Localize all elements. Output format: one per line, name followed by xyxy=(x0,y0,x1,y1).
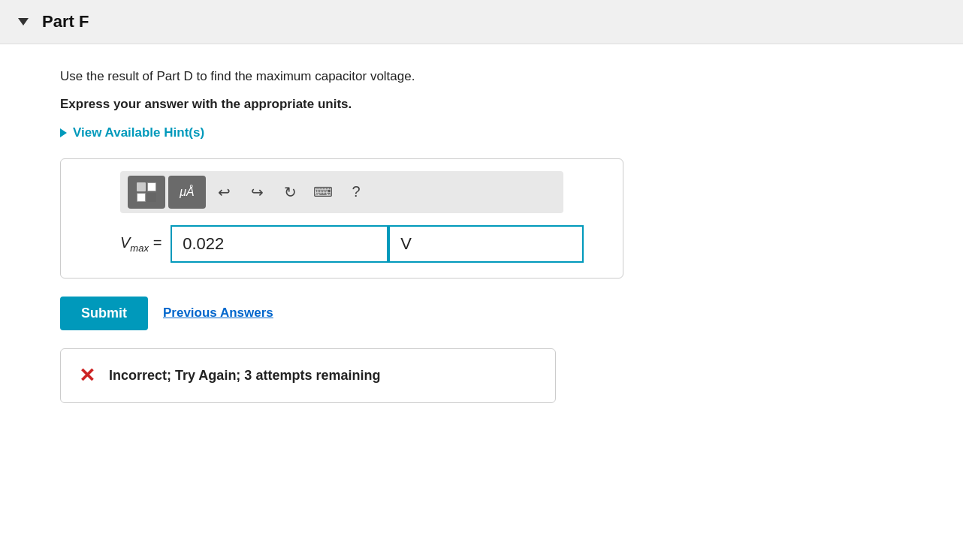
error-message: Incorrect; Try Again; 3 attempts remaini… xyxy=(109,368,380,384)
template-button[interactable] xyxy=(128,176,165,209)
page-wrapper: Part F Use the result of Part D to find … xyxy=(0,0,963,560)
hint-link-label: View Available Hint(s) xyxy=(73,125,204,140)
previous-answers-label: Previous Answers xyxy=(163,306,273,320)
part-header: Part F xyxy=(0,0,963,44)
toolbar: μÅ ↩ ↪ ↻ ⌨ xyxy=(120,171,563,213)
submit-row: Submit Previous Answers xyxy=(60,297,903,330)
help-button[interactable]: ? xyxy=(341,176,371,209)
submit-label: Submit xyxy=(81,306,127,321)
submit-button[interactable]: Submit xyxy=(60,297,148,330)
input-row: Vmax = xyxy=(120,225,563,263)
mu-button[interactable]: μÅ xyxy=(168,176,206,209)
undo-icon: ↩ xyxy=(218,183,231,201)
reload-button[interactable]: ↻ xyxy=(275,176,305,209)
part-title: Part F xyxy=(42,12,89,32)
equation-label: Vmax = xyxy=(120,234,162,254)
hint-link[interactable]: View Available Hint(s) xyxy=(60,125,903,140)
undo-button[interactable]: ↩ xyxy=(209,176,239,209)
unit-input[interactable] xyxy=(388,225,584,263)
error-icon: ✕ xyxy=(79,364,95,387)
error-box: ✕ Incorrect; Try Again; 3 attempts remai… xyxy=(60,348,556,403)
previous-answers-link[interactable]: Previous Answers xyxy=(163,306,273,321)
content-area: Use the result of Part D to find the max… xyxy=(0,44,963,426)
question-bold: Express your answer with the appropriate… xyxy=(60,97,903,112)
mu-label: μÅ xyxy=(180,185,194,199)
value-input[interactable] xyxy=(171,225,388,263)
question-text: Use the result of Part D to find the max… xyxy=(60,67,903,86)
template-icon xyxy=(137,182,156,202)
redo-icon: ↪ xyxy=(251,183,264,201)
help-icon: ? xyxy=(352,183,360,200)
redo-button[interactable]: ↪ xyxy=(242,176,272,209)
keyboard-icon: ⌨ xyxy=(313,184,333,200)
chevron-down-icon[interactable] xyxy=(18,18,29,26)
keyboard-button[interactable]: ⌨ xyxy=(308,176,338,209)
hint-arrow-icon xyxy=(60,128,67,137)
answer-container: μÅ ↩ ↪ ↻ ⌨ xyxy=(60,158,623,278)
reload-icon: ↻ xyxy=(284,183,297,201)
